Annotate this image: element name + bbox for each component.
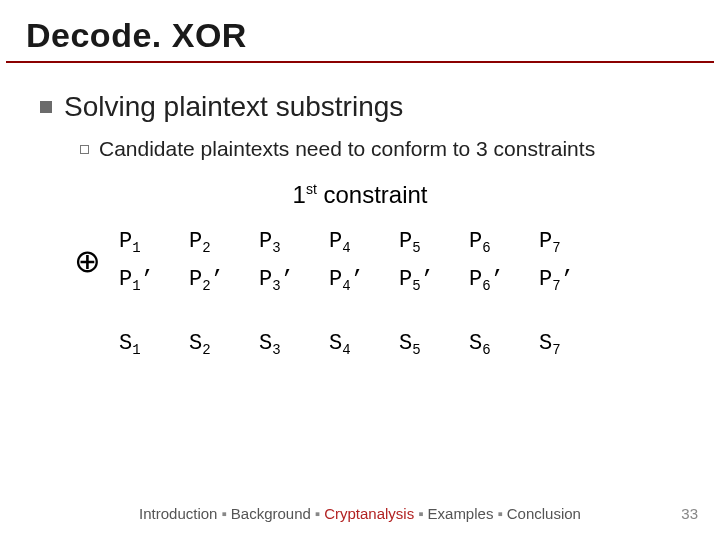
formula-area: ⊕ P1 P2 P3 P4 P5 P6 P7 P1’ P2’ P3’ P4’ P…: [74, 227, 680, 361]
footer-item: Conclusion: [507, 505, 581, 522]
bullet-main-row: Solving plaintext substrings: [40, 91, 680, 123]
s-cell: S7: [539, 329, 609, 361]
p-cell: P4: [329, 227, 399, 259]
constraint-pre: 1: [293, 181, 306, 208]
footer-item-current: Cryptanalysis: [324, 505, 414, 522]
bullet-sub-row: Candidate plaintexts need to conform to …: [80, 137, 680, 161]
bullet-main-text: Solving plaintext substrings: [64, 91, 403, 123]
p-cell: P7: [539, 227, 609, 259]
footer-item: Introduction: [139, 505, 217, 522]
row-gap: [119, 303, 609, 323]
pprime-cell: P5’: [399, 265, 469, 297]
separator-icon: ▪: [315, 505, 320, 522]
pprime-cell: P7’: [539, 265, 609, 297]
p-cell: P1: [119, 227, 189, 259]
p-cell: P6: [469, 227, 539, 259]
xor-icon: ⊕: [74, 245, 101, 277]
slide: Decode. XOR Solving plaintext substrings…: [0, 0, 720, 540]
pprime-cell: P3’: [259, 265, 329, 297]
s-cell: S3: [259, 329, 329, 361]
title-wrap: Decode. XOR: [6, 0, 714, 63]
p-cell: P2: [189, 227, 259, 259]
s-cell: S2: [189, 329, 259, 361]
page-number: 33: [681, 505, 698, 522]
constraint-post: constraint: [317, 181, 428, 208]
square-bullet-icon: [40, 101, 52, 113]
footer-item: Background: [231, 505, 311, 522]
footer-item: Examples: [428, 505, 494, 522]
pprime-cell: P1’: [119, 265, 189, 297]
p-cell: P3: [259, 227, 329, 259]
s-cell: S1: [119, 329, 189, 361]
separator-icon: ▪: [418, 505, 423, 522]
pprime-cell: P6’: [469, 265, 539, 297]
small-square-bullet-icon: [80, 145, 89, 154]
separator-icon: ▪: [497, 505, 502, 522]
slide-title: Decode. XOR: [26, 16, 694, 55]
s-cell: S6: [469, 329, 539, 361]
pprime-cell: P2’: [189, 265, 259, 297]
constraint-sup: st: [306, 181, 317, 197]
s-cell: S4: [329, 329, 399, 361]
constraint-label: 1st constraint: [40, 181, 680, 209]
formula-grid: P1 P2 P3 P4 P5 P6 P7 P1’ P2’ P3’ P4’ P5’…: [119, 227, 609, 361]
bullet-sub-text: Candidate plaintexts need to conform to …: [99, 137, 595, 161]
separator-icon: ▪: [221, 505, 226, 522]
content-area: Solving plaintext substrings Candidate p…: [0, 63, 720, 361]
p-cell: P5: [399, 227, 469, 259]
s-cell: S5: [399, 329, 469, 361]
pprime-cell: P4’: [329, 265, 399, 297]
footer-breadcrumb: Introduction▪Background▪Cryptanalysis▪Ex…: [0, 505, 720, 522]
